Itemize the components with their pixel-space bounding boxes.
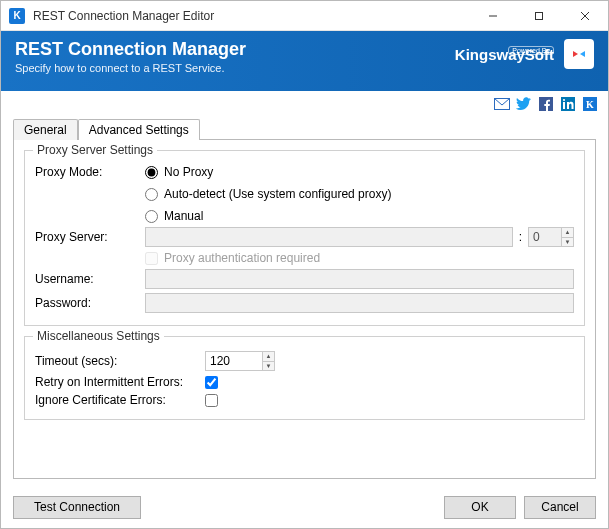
checkbox-proxy-auth-label: Proxy authentication required — [164, 251, 320, 265]
proxy-server-input[interactable] — [145, 227, 513, 247]
label-proxy-mode: Proxy Mode: — [35, 165, 145, 179]
radio-auto-detect-label: Auto-detect (Use system configured proxy… — [164, 187, 391, 201]
radio-no-proxy-input[interactable] — [145, 166, 158, 179]
minimize-button[interactable] — [470, 1, 516, 31]
proxy-password-input[interactable] — [145, 293, 574, 313]
tabstrip: General Advanced Settings — [13, 117, 596, 139]
label-timeout: Timeout (secs): — [35, 354, 205, 368]
brand-name: KingswaySoft — [455, 47, 554, 62]
label-password: Password: — [35, 296, 145, 310]
maximize-icon — [534, 11, 544, 21]
tab-general[interactable]: General — [13, 119, 78, 140]
spinner-down-icon[interactable]: ▼ — [262, 361, 274, 371]
cancel-button[interactable]: Cancel — [524, 496, 596, 519]
proxy-port-spinner[interactable]: ▲ ▼ — [528, 227, 574, 247]
footer: Test Connection OK Cancel — [1, 486, 608, 528]
radio-auto-detect-input[interactable] — [145, 188, 158, 201]
group-miscellaneous-settings: Miscellaneous Settings Timeout (secs): ▲… — [24, 336, 585, 420]
label-proxy-server: Proxy Server: — [35, 230, 145, 244]
app-icon: K — [9, 8, 25, 24]
group-misc-legend: Miscellaneous Settings — [33, 329, 164, 343]
proxy-port-separator: : — [513, 230, 528, 244]
titlebar: K REST Connection Manager Editor — [1, 1, 608, 31]
radio-no-proxy-label: No Proxy — [164, 165, 213, 179]
timeout-spinner[interactable]: ▲ ▼ — [205, 351, 275, 371]
close-button[interactable] — [562, 1, 608, 31]
spinner-down-icon[interactable]: ▼ — [561, 237, 573, 247]
tab-panel-advanced: Proxy Server Settings Proxy Mode: No Pro… — [13, 139, 596, 479]
checkbox-retry-intermittent[interactable] — [205, 376, 218, 389]
label-username: Username: — [35, 272, 145, 286]
spinner-up-icon[interactable]: ▲ — [561, 228, 573, 237]
facebook-icon[interactable] — [538, 96, 554, 112]
checkbox-ignore-cert[interactable] — [205, 394, 218, 407]
k-icon[interactable]: K — [582, 96, 598, 112]
minimize-icon — [488, 11, 498, 21]
header-subtitle: Specify how to connect to a REST Service… — [15, 62, 246, 74]
close-icon — [580, 11, 590, 21]
radio-manual[interactable]: Manual — [145, 209, 391, 223]
test-connection-button[interactable]: Test Connection — [13, 496, 141, 519]
brand: Powered By KingswaySoft — [455, 46, 554, 62]
social-links: K — [1, 91, 608, 115]
tab-advanced-settings[interactable]: Advanced Settings — [78, 119, 200, 140]
label-ignore-cert: Ignore Certificate Errors: — [35, 393, 205, 407]
spinner-up-icon[interactable]: ▲ — [262, 352, 274, 361]
maximize-button[interactable] — [516, 1, 562, 31]
window-title: REST Connection Manager Editor — [33, 9, 214, 23]
header-title: REST Connection Manager — [15, 39, 246, 60]
mail-icon[interactable] — [494, 96, 510, 112]
radio-manual-input[interactable] — [145, 210, 158, 223]
svg-rect-7 — [563, 102, 565, 109]
group-proxy-server-settings: Proxy Server Settings Proxy Mode: No Pro… — [24, 150, 585, 326]
svg-text:K: K — [586, 99, 594, 110]
svg-rect-1 — [536, 13, 543, 20]
ok-button[interactable]: OK — [444, 496, 516, 519]
header-banner: REST Connection Manager Specify how to c… — [1, 31, 608, 91]
radio-manual-label: Manual — [164, 209, 203, 223]
label-retry-intermittent: Retry on Intermittent Errors: — [35, 375, 205, 389]
checkbox-proxy-auth-required: Proxy authentication required — [145, 251, 320, 265]
twitter-icon[interactable] — [516, 96, 532, 112]
linkedin-icon[interactable] — [560, 96, 576, 112]
checkbox-proxy-auth-input — [145, 252, 158, 265]
proxy-username-input[interactable] — [145, 269, 574, 289]
svg-point-8 — [563, 99, 565, 101]
radio-auto-detect[interactable]: Auto-detect (Use system configured proxy… — [145, 187, 391, 201]
group-proxy-legend: Proxy Server Settings — [33, 143, 157, 157]
radio-no-proxy[interactable]: No Proxy — [145, 165, 391, 179]
brand-logo-icon — [564, 39, 594, 69]
